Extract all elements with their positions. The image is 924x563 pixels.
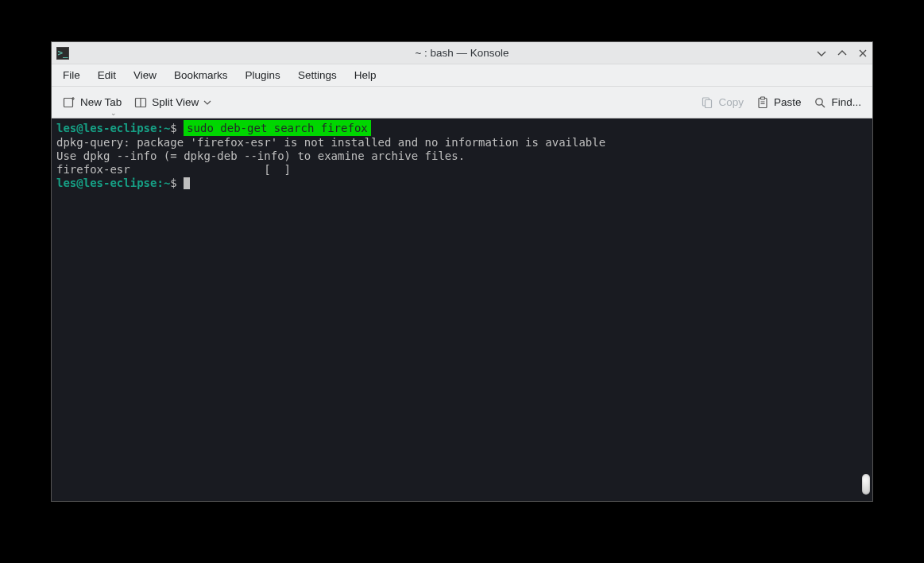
new-tab-label: New Tab — [80, 96, 122, 108]
split-view-button[interactable]: Split View — [128, 93, 218, 112]
search-icon — [814, 96, 826, 109]
paste-label: Paste — [774, 96, 802, 108]
highlighted-command: sudo deb-get search firefox — [184, 120, 371, 136]
konsole-window: >_ ~ : bash — Konsole File Edit View Boo… — [52, 42, 872, 501]
svg-line-10 — [822, 104, 825, 107]
new-tab-icon — [63, 96, 75, 109]
menu-help[interactable]: Help — [346, 66, 385, 84]
terminal-line-prompt: les@les-eclipse:~$ — [56, 177, 868, 190]
menu-bookmarks[interactable]: Bookmarks — [166, 66, 236, 84]
new-tab-button[interactable]: New Tab ⌄ — [56, 93, 128, 112]
split-view-icon — [134, 96, 147, 109]
menu-plugins[interactable]: Plugins — [238, 66, 288, 84]
find-label: Find... — [831, 96, 861, 108]
paste-button[interactable]: Paste — [750, 93, 808, 112]
terminal-output-2: Use dpkg --info (= dpkg-deb --info) to e… — [56, 149, 868, 163]
find-button[interactable]: Find... — [807, 93, 868, 112]
svg-rect-4 — [706, 99, 712, 107]
copy-label: Copy — [718, 96, 744, 108]
menu-settings[interactable]: Settings — [290, 66, 345, 84]
prompt-end: $ — [170, 177, 176, 189]
copy-icon — [701, 96, 713, 109]
copy-button: Copy — [694, 93, 750, 112]
chevron-down-icon — [203, 96, 211, 109]
menu-file[interactable]: File — [55, 66, 88, 84]
titlebar: >_ ~ : bash — Konsole — [52, 42, 872, 64]
menubar: File Edit View Bookmarks Plugins Setting… — [52, 64, 872, 87]
minimize-button[interactable] — [815, 47, 828, 60]
terminal-output-1: dpkg-query: package 'firefox-esr' is not… — [56, 136, 868, 149]
paste-icon — [756, 96, 769, 109]
chevron-down-icon: ⌄ — [110, 110, 117, 117]
svg-point-9 — [816, 98, 822, 104]
terminal-area[interactable]: les@les-eclipse:~$ sudo deb-get search f… — [52, 118, 872, 501]
terminal-output-3: firefox-esr [ ] — [56, 163, 868, 177]
prompt-end: $ — [170, 122, 176, 134]
prompt-user: les@les-eclipse — [56, 122, 157, 134]
window-title: ~ : bash — Konsole — [52, 47, 872, 59]
menu-edit[interactable]: Edit — [90, 66, 124, 84]
scrollbar-thumb[interactable] — [862, 474, 870, 495]
close-button[interactable] — [856, 47, 869, 60]
svg-rect-6 — [760, 97, 764, 99]
split-view-label: Split View — [152, 96, 199, 108]
terminal-line-1: les@les-eclipse:~$ sudo deb-get search f… — [56, 120, 868, 136]
window-controls — [815, 42, 869, 64]
maximize-button[interactable] — [836, 47, 849, 60]
terminal-cursor — [184, 177, 190, 189]
prompt-user: les@les-eclipse — [56, 177, 157, 189]
svg-rect-0 — [64, 98, 73, 107]
prompt-sep: : — [157, 177, 163, 189]
app-icon: >_ — [56, 47, 69, 60]
prompt-sep: : — [157, 122, 163, 134]
menu-view[interactable]: View — [126, 66, 164, 84]
toolbar: New Tab ⌄ Split View Copy Paste — [52, 87, 872, 118]
